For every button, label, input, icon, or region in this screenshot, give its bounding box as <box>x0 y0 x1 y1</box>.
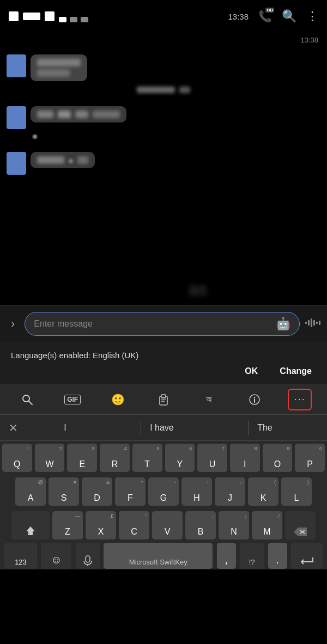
key-u[interactable]: 7U <box>197 444 227 472</box>
suggestion-3[interactable]: The <box>248 421 281 435</box>
key-d[interactable]: &D <box>82 477 112 506</box>
ok-button[interactable]: OK <box>240 364 262 378</box>
key-g[interactable]: -G <box>148 477 179 506</box>
autocomplete-suggestions: I I have The <box>22 421 314 435</box>
svg-rect-0 <box>305 322 307 324</box>
sticker-icon: 🙂 <box>111 393 125 406</box>
more-toolbar-button[interactable]: ··· <box>288 389 312 410</box>
key-t[interactable]: 5T <box>132 444 162 472</box>
key-x[interactable]: £X <box>86 511 116 539</box>
emoji-button[interactable]: 🤖 <box>276 317 290 331</box>
key-b[interactable]: :B <box>185 511 216 539</box>
space-key[interactable]: Microsoft SwiftKey <box>104 543 213 569</box>
svg-rect-9 <box>161 395 166 397</box>
key-p[interactable]: 0P <box>295 444 325 472</box>
search-icon <box>21 394 33 406</box>
key-w[interactable]: 2W <box>35 444 65 472</box>
language-toolbar-button[interactable]: অ <box>197 389 221 410</box>
dot-area <box>33 134 327 139</box>
key-m[interactable]: /M <box>252 511 282 539</box>
blurred-divider <box>137 87 175 93</box>
key-z[interactable]: —Z <box>52 511 83 539</box>
message-input-wrap: 🤖 <box>25 312 300 336</box>
avatar-1 <box>7 54 26 77</box>
status-left <box>9 10 88 22</box>
key-h[interactable]: +H <box>181 477 212 506</box>
search-toolbar-button[interactable] <box>15 389 39 410</box>
waveform-icon <box>305 317 320 328</box>
more-options-icon[interactable]: ⋮ <box>306 9 318 23</box>
key-c[interactable]: "C <box>119 511 149 539</box>
key-o[interactable]: 9O <box>263 444 293 472</box>
enter-key[interactable] <box>291 543 323 569</box>
svg-rect-4 <box>316 322 318 324</box>
wifi-icon <box>9 11 19 21</box>
autocomplete-close-button[interactable]: ✕ <box>9 421 18 434</box>
keyboard-bottom-row: 123 ☺ Microsoft SwiftKey , !? . <box>0 542 327 569</box>
backspace-key[interactable] <box>285 511 316 539</box>
key-v[interactable]: V <box>152 511 183 539</box>
punct-button[interactable]: !? <box>240 543 264 569</box>
key-l[interactable]: )L <box>281 477 312 506</box>
sticker-toolbar-button[interactable]: 🙂 <box>106 389 130 410</box>
battery-icon <box>59 17 66 22</box>
keyboard-row-1: 1Q 2W 3E 4R 5T 6Y 7U 8I 9O 0P <box>0 441 327 475</box>
language-notification: Language(s) enabled: English (UK) OK Cha… <box>0 342 327 384</box>
key-r[interactable]: 4R <box>100 444 130 472</box>
icon3 <box>81 17 88 22</box>
key-q[interactable]: 1Q <box>2 444 32 472</box>
keyboard-toolbar: GIF 🙂 অ ··· <box>0 384 327 415</box>
svg-rect-1 <box>308 320 310 326</box>
time-display: 13:38 <box>228 12 249 21</box>
period-dot <box>69 159 73 163</box>
b4 <box>93 111 120 118</box>
key-y[interactable]: 6Y <box>165 444 195 472</box>
key-n[interactable]: ;N <box>219 511 249 539</box>
expand-button[interactable]: › <box>7 312 19 335</box>
chat-area: 13:38 <box>0 33 327 305</box>
svg-line-7 <box>29 401 32 404</box>
change-button[interactable]: Change <box>275 364 316 378</box>
numbers-key[interactable]: 123 <box>4 543 37 569</box>
svg-rect-2 <box>311 318 312 327</box>
emoji-keyboard-key[interactable]: ☺ <box>41 543 71 569</box>
icon2 <box>70 17 77 22</box>
suggestion-2[interactable]: I have <box>141 421 183 435</box>
key-j[interactable]: =J <box>215 477 245 506</box>
blurred-as-text: as <box>189 279 207 299</box>
language-buttons: OK Change <box>11 364 316 378</box>
gif-label: GIF <box>64 395 81 404</box>
key-a[interactable]: @A <box>15 477 46 506</box>
backspace-icon <box>293 527 307 537</box>
blurred-text <box>37 69 70 77</box>
comma-key[interactable]: , <box>217 543 236 569</box>
gif-toolbar-button[interactable]: GIF <box>60 389 84 410</box>
svg-rect-5 <box>319 321 320 325</box>
key-i[interactable]: 8I <box>230 444 260 472</box>
mic-key[interactable] <box>76 543 100 569</box>
clipboard-toolbar-button[interactable] <box>152 389 175 410</box>
shift-icon <box>25 525 37 537</box>
key-e[interactable]: 3E <box>67 444 97 472</box>
suggestion-1[interactable]: I <box>55 421 75 435</box>
status-bar: 13:38 📞 HD 🔍 ⋮ <box>0 0 327 33</box>
key-f[interactable]: *F <box>115 477 146 506</box>
shift-key[interactable] <box>11 511 50 539</box>
search-icon[interactable]: 🔍 <box>282 9 296 23</box>
timestamp: 13:38 <box>300 36 318 44</box>
key-k[interactable]: (K <box>248 477 278 506</box>
voice-button[interactable] <box>305 316 320 332</box>
phone-icon[interactable]: 📞 HD <box>258 10 272 23</box>
b1 <box>37 111 53 118</box>
mic-icon <box>83 555 92 566</box>
svg-marker-15 <box>26 526 35 535</box>
autocomplete-bar: ✕ I I have The <box>0 415 327 441</box>
period-key[interactable]: . <box>268 543 287 569</box>
svg-rect-3 <box>313 320 315 326</box>
message-input[interactable] <box>34 319 276 329</box>
status-right: 13:38 📞 HD 🔍 ⋮ <box>228 9 318 23</box>
avatar-3 <box>7 152 26 175</box>
key-s[interactable]: #S <box>49 477 79 506</box>
svg-rect-18 <box>86 556 90 562</box>
info-toolbar-button[interactable] <box>243 389 267 410</box>
